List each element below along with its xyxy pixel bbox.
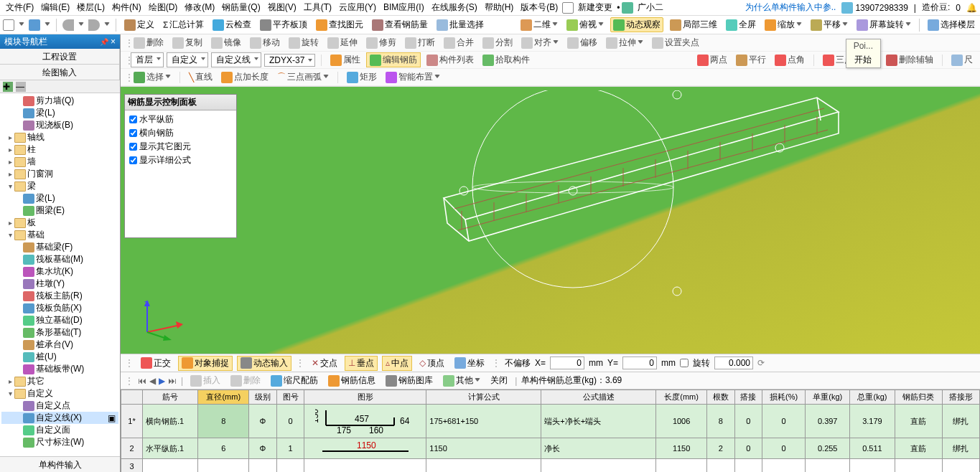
- y-input[interactable]: [622, 357, 657, 369]
- chk-trans[interactable]: [129, 129, 137, 137]
- tree-foundation[interactable]: ▾基础: [1, 229, 118, 241]
- insert-button[interactable]: 插入: [187, 374, 223, 387]
- dynview-button[interactable]: 动态观察: [610, 17, 663, 32]
- tree-custom-line[interactable]: 自定义线(X)▣: [1, 412, 118, 424]
- code-select[interactable]: ZDYX-37: [264, 54, 315, 67]
- merge-button[interactable]: 合并: [441, 36, 477, 49]
- grid-row-2[interactable]: 2 水平纵筋.1 6 Φ 1 1150 1150 净长 1150 2: [121, 438, 980, 459]
- tree-axis[interactable]: ▸轴线: [1, 131, 118, 143]
- delaux-button[interactable]: 删除辅轴: [883, 53, 936, 67]
- pin-icon[interactable]: 📌: [100, 38, 108, 46]
- cloudcheck-button[interactable]: 云检查: [210, 18, 253, 32]
- tree-shearwall[interactable]: 剪力墙(Q): [1, 95, 118, 107]
- tree-beam-group[interactable]: ▾梁: [1, 180, 118, 192]
- local3d-button[interactable]: 局部三维: [668, 18, 719, 32]
- ortho-toggle[interactable]: 正交: [138, 357, 174, 370]
- move-button[interactable]: 移动: [247, 36, 283, 49]
- editrebar-button[interactable]: 编辑钢筋: [366, 52, 421, 67]
- tree-column[interactable]: ▸柱: [1, 143, 118, 156]
- pan-button[interactable]: 平移: [808, 18, 850, 32]
- tree-pile[interactable]: 桩(U): [1, 351, 118, 363]
- tree-beam[interactable]: 梁(L): [1, 107, 118, 119]
- setpin-button[interactable]: 设置夹点: [649, 36, 702, 49]
- new-change-link[interactable]: 新建变更: [575, 1, 615, 14]
- menu-help[interactable]: 帮助(H): [482, 1, 517, 14]
- split-button[interactable]: 分割: [480, 36, 515, 49]
- tree-fnd-beam[interactable]: 基础梁(F): [1, 241, 118, 253]
- redo-icon[interactable]: [88, 19, 100, 31]
- tree-sump[interactable]: 集水坑(K): [1, 265, 118, 278]
- x-input[interactable]: [550, 357, 584, 369]
- delete-button[interactable]: 删除: [228, 374, 263, 387]
- tab-project-settings[interactable]: 工程设置: [0, 49, 120, 64]
- tree-other[interactable]: ▸其它: [1, 375, 118, 387]
- tab-single-input[interactable]: 单构件输入: [0, 456, 120, 472]
- twopt-button[interactable]: 两点: [694, 53, 730, 67]
- mirror-button[interactable]: 镜像: [208, 36, 244, 49]
- pick-button[interactable]: 拾取构件: [480, 53, 533, 67]
- chk-other[interactable]: [129, 143, 137, 151]
- close-button[interactable]: 关闭: [487, 374, 510, 387]
- menu-file[interactable]: 文件(F): [3, 1, 37, 14]
- tree-custom-face[interactable]: 自定义面: [1, 424, 118, 436]
- viewrebar-button[interactable]: 查看钢筋量: [370, 18, 430, 32]
- zoom-button[interactable]: 缩放: [762, 18, 804, 32]
- rect-button[interactable]: 矩形: [344, 70, 380, 84]
- tree-custom[interactable]: ▾自定义: [1, 387, 118, 400]
- tree-strip-fnd[interactable]: 条形基础(T): [1, 326, 118, 339]
- cat-select[interactable]: 自定义: [167, 52, 208, 67]
- define-button[interactable]: 定义: [122, 18, 157, 32]
- floor-select[interactable]: 首层: [131, 52, 164, 67]
- 2d-button[interactable]: 二维: [518, 18, 560, 32]
- nav-tree[interactable]: 剪力墙(Q) 梁(L) 现浇板(B) ▸轴线 ▸柱 ▸墙 ▸门窗洞 ▾梁 梁(L…: [0, 93, 120, 456]
- offset-mode[interactable]: 不偏移: [505, 357, 531, 369]
- findel-button[interactable]: 查找图元: [314, 18, 365, 32]
- other-button[interactable]: 其他: [440, 374, 483, 387]
- menu-modify[interactable]: 修改(M): [182, 1, 218, 14]
- sumcalc-button[interactable]: Σ汇总计算: [161, 18, 206, 32]
- menu-cloud[interactable]: 云应用(Y): [336, 1, 379, 14]
- dim-button[interactable]: 尺: [948, 53, 976, 67]
- bell-icon[interactable]: 🔔: [966, 3, 977, 13]
- menu-floor[interactable]: 楼层(L): [74, 1, 108, 14]
- doc-icon[interactable]: [562, 2, 574, 14]
- expand-icon[interactable]: ✚: [3, 82, 13, 92]
- tab-draw-input[interactable]: 绘图输入: [0, 65, 120, 80]
- mid-toggle[interactable]: ▵中点: [382, 356, 412, 371]
- tree-opening[interactable]: ▸门窗洞: [1, 168, 118, 180]
- tree-fnd-strip[interactable]: 基础板带(W): [1, 363, 118, 375]
- ptlen-button[interactable]: 点加长度: [218, 70, 271, 84]
- dynin-toggle[interactable]: 动态输入: [237, 356, 291, 371]
- grid-row-3[interactable]: 3: [121, 459, 980, 473]
- trim-button[interactable]: 修剪: [363, 36, 399, 49]
- tree-raft-main[interactable]: 筏板主筋(R): [1, 290, 118, 302]
- cross-toggle[interactable]: ✕交点: [309, 357, 340, 370]
- hint-link[interactable]: 为什么单构件输入中参..: [745, 1, 836, 14]
- coord-toggle[interactable]: 坐标: [452, 357, 487, 370]
- vert-toggle[interactable]: ◇顶点: [416, 357, 447, 370]
- dd-icon[interactable]: [45, 22, 50, 28]
- align-button[interactable]: 对齐: [518, 36, 561, 49]
- tree-board[interactable]: ▸板: [1, 217, 118, 229]
- scaledim-button[interactable]: 缩尺配筋: [268, 374, 321, 387]
- rebar-grid[interactable]: 筋号直径(mm) 级别图号图形 计算公式公式描述 长度(mm)根数搭接 损耗(%…: [121, 390, 980, 472]
- ptang-button[interactable]: 点角: [772, 53, 808, 67]
- break-button[interactable]: 打断: [402, 36, 438, 49]
- tree-pier[interactable]: 柱墩(Y): [1, 278, 118, 290]
- tree-wall[interactable]: ▸墙: [1, 156, 118, 168]
- viewport-3d[interactable]: 钢筋显示控制面板 水平纵筋 横向钢筋 显示其它图元 显示详细公式: [121, 87, 980, 354]
- menu-rebar[interactable]: 钢筋量(Q): [219, 1, 263, 14]
- save-icon[interactable]: [29, 19, 40, 31]
- grid-row-1[interactable]: 1* 横向钢筋.1 8 Φ 0 150 457 64 175: [121, 405, 980, 438]
- copy-button[interactable]: 复制: [169, 36, 205, 49]
- 3d-button[interactable]: 俯视: [564, 18, 606, 32]
- tree-slab[interactable]: 现浇板(B): [1, 119, 118, 131]
- new-icon[interactable]: [3, 19, 14, 31]
- tree-custom-pt[interactable]: 自定义点: [1, 400, 118, 412]
- flatten-button[interactable]: 平齐板顶: [258, 18, 309, 32]
- close-icon[interactable]: ×: [111, 37, 116, 47]
- tree-dimension[interactable]: 尺寸标注(W): [1, 436, 118, 448]
- dd-icon[interactable]: [78, 22, 84, 28]
- collapse-icon[interactable]: —: [16, 82, 26, 92]
- menu-version[interactable]: 版本号(B): [518, 1, 561, 14]
